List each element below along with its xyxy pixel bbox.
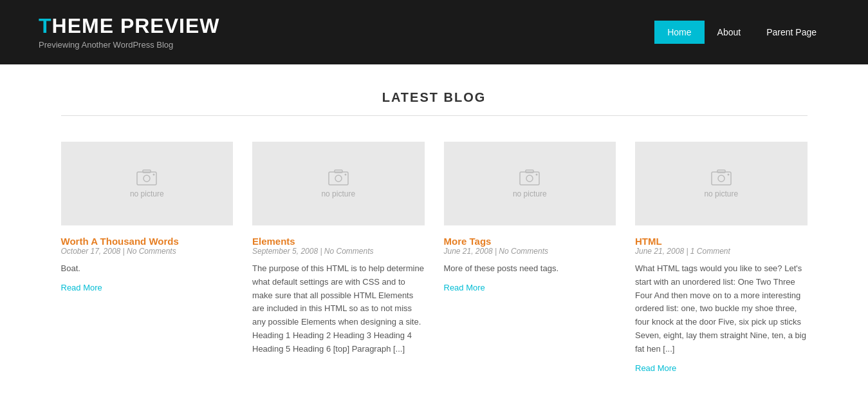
svg-point-1 <box>143 175 150 182</box>
svg-point-5 <box>335 175 342 182</box>
svg-point-15 <box>727 174 729 176</box>
site-subtitle: Previewing Another WordPress Blog <box>39 40 219 50</box>
post-title-1[interactable]: Worth A Thousand Words <box>61 236 179 247</box>
site-title: THEME PREVIEW <box>39 15 219 37</box>
title-accent: T <box>39 14 52 37</box>
post-image-placeholder-4: no picture <box>635 142 808 225</box>
main-content: LATEST BLOG no picture Worth A Thousand … <box>48 64 820 399</box>
no-picture-label-3: no picture <box>513 189 547 198</box>
post-excerpt-1: Boat. <box>61 262 234 276</box>
post-meta-3: June 21, 2008 | No Comments <box>444 247 616 256</box>
blog-card-2: no picture Elements September 5, 2008 | … <box>252 142 425 373</box>
svg-point-9 <box>526 175 533 182</box>
nav-item-about[interactable]: About <box>705 21 754 44</box>
post-image-placeholder-2: no picture <box>252 142 425 225</box>
post-excerpt-2: The purpose of this HTML is to help dete… <box>252 262 425 356</box>
no-picture-label-4: no picture <box>704 189 738 198</box>
svg-point-7 <box>344 174 346 176</box>
post-title-3[interactable]: More Tags <box>444 236 492 247</box>
blog-card-1: no picture Worth A Thousand Words Octobe… <box>61 142 234 373</box>
post-meta-1: October 17, 2008 | No Comments <box>61 247 234 256</box>
section-title: LATEST BLOG <box>61 90 808 105</box>
svg-point-13 <box>718 175 725 182</box>
post-image-placeholder-3: no picture <box>444 142 616 225</box>
post-title-2[interactable]: Elements <box>252 236 295 247</box>
site-header: THEME PREVIEW Previewing Another WordPre… <box>0 0 868 64</box>
post-meta-2: September 5, 2008 | No Comments <box>252 247 425 256</box>
svg-point-3 <box>153 174 155 176</box>
camera-icon-4 <box>711 169 732 186</box>
blog-grid: no picture Worth A Thousand Words Octobe… <box>61 142 808 373</box>
read-more-3[interactable]: Read More <box>444 283 485 292</box>
post-excerpt-3: More of these posts need tags. <box>444 262 616 276</box>
svg-point-11 <box>536 174 538 176</box>
post-meta-4: June 21, 2008 | 1 Comment <box>635 247 808 256</box>
svg-rect-10 <box>526 170 533 173</box>
svg-rect-14 <box>717 170 725 173</box>
svg-rect-2 <box>143 170 151 173</box>
svg-rect-6 <box>335 170 342 173</box>
header-branding: THEME PREVIEW Previewing Another WordPre… <box>39 15 219 50</box>
nav-item-home[interactable]: Home <box>654 21 704 44</box>
no-picture-label-2: no picture <box>321 189 355 198</box>
main-nav: Home About Parent Page <box>654 21 829 44</box>
read-more-1[interactable]: Read More <box>61 283 102 292</box>
blog-card-3: no picture More Tags June 21, 2008 | No … <box>444 142 616 373</box>
camera-icon-1 <box>136 169 157 186</box>
camera-icon-3 <box>519 169 540 186</box>
nav-item-parent-page[interactable]: Parent Page <box>753 21 829 44</box>
section-divider <box>61 115 808 116</box>
no-picture-label-1: no picture <box>130 189 164 198</box>
blog-card-4: no picture HTML June 21, 2008 | 1 Commen… <box>635 142 808 373</box>
camera-icon-2 <box>328 169 349 186</box>
title-rest: HEME PREVIEW <box>52 14 220 37</box>
post-image-placeholder-1: no picture <box>61 142 234 225</box>
read-more-4[interactable]: Read More <box>635 363 676 373</box>
post-excerpt-4: What HTML tags would you like to see? Le… <box>635 262 808 356</box>
post-title-4[interactable]: HTML <box>635 236 662 247</box>
